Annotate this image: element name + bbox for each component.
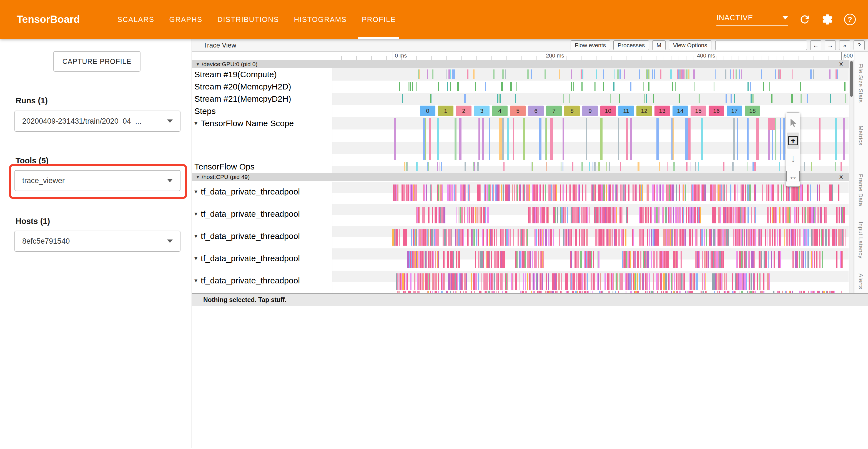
step-block[interactable]: 1	[438, 106, 454, 116]
trace-event	[807, 184, 808, 201]
ruler-tick	[649, 56, 649, 60]
step-block[interactable]: 17	[727, 106, 742, 116]
track-label[interactable]: ▾tf_data_private_threadpool	[194, 252, 300, 265]
capture-profile-button[interactable]: CAPTURE PROFILE	[53, 51, 141, 72]
step-block[interactable]: 18	[745, 106, 760, 116]
side-tab-input-latency[interactable]: Input Latency	[858, 222, 864, 259]
cpu-section-close-button[interactable]: X	[837, 174, 845, 180]
trace-event	[727, 291, 728, 293]
trace-event	[394, 118, 396, 160]
tab-distributions[interactable]: DISTRIBUTIONS	[210, 0, 286, 39]
cpu-section-header[interactable]: ▾ /host:CPU (pid 49) X	[192, 173, 849, 181]
hosts-select[interactable]: 8efc5e791540	[14, 231, 181, 252]
trace-event	[762, 291, 763, 293]
trace-event	[768, 251, 769, 268]
step-block[interactable]: 10	[600, 106, 616, 116]
vertical-scrollbar[interactable]	[849, 60, 854, 293]
trace-event	[559, 229, 560, 246]
trace-event	[552, 291, 554, 293]
zoom-tool-button[interactable]: ↓	[787, 150, 799, 167]
tab-profile[interactable]: PROFILE	[354, 0, 403, 39]
step-block[interactable]: 8	[564, 106, 580, 116]
zoom-buttons[interactable]: »	[839, 40, 850, 50]
nav-left-button[interactable]: ←	[810, 40, 822, 50]
runs-select[interactable]: 20200409-231431/train/2020_04_...	[14, 111, 181, 132]
trace-event	[798, 207, 799, 223]
track-label[interactable]: ▾tf_data_private_threadpool	[194, 208, 300, 220]
trace-event	[627, 273, 627, 290]
step-block[interactable]: 0	[420, 106, 435, 116]
trace-event	[540, 207, 541, 223]
step-block[interactable]: 12	[637, 106, 652, 116]
nav-right-button[interactable]: →	[825, 40, 836, 50]
step-block[interactable]: 11	[618, 106, 634, 116]
trace-event	[771, 184, 772, 201]
trace-event	[566, 273, 567, 290]
trace-event	[622, 273, 623, 290]
track-label[interactable]: ▾tf_data_private_threadpool	[194, 274, 300, 287]
selection-status: Nothing selected. Tap stuff.	[203, 296, 286, 304]
step-block[interactable]: 16	[709, 106, 724, 116]
pan-tool-button[interactable]: +	[787, 132, 799, 149]
ruler-tick	[693, 56, 694, 60]
gpu-section-header[interactable]: ▾ /device:GPU:0 (pid 0) X	[192, 60, 849, 68]
refresh-icon[interactable]	[799, 13, 811, 26]
trace-event	[669, 229, 670, 246]
trace-event	[557, 207, 558, 223]
side-tab-frame-data[interactable]: Frame Data	[858, 174, 864, 206]
tab-graphs[interactable]: GRAPHS	[162, 0, 210, 39]
trace-event	[718, 207, 719, 223]
trace-event	[695, 184, 695, 201]
step-block[interactable]: 3	[474, 106, 490, 116]
trace-event	[763, 82, 764, 91]
gear-icon[interactable]	[822, 13, 834, 26]
trace-event	[585, 273, 587, 290]
view-options-button[interactable]: View Options	[669, 40, 711, 50]
track-label[interactable]: ▾tf_data_private_threadpool	[194, 186, 300, 198]
step-block[interactable]: 5	[510, 106, 526, 116]
step-block[interactable]: 7	[546, 106, 562, 116]
trace-help-button[interactable]: ?	[854, 40, 865, 50]
gpu-section-close-button[interactable]: X	[837, 61, 845, 67]
timing-tool-button[interactable]: ↔	[787, 168, 799, 184]
trace-event	[465, 273, 466, 290]
step-block[interactable]: 2	[456, 106, 471, 116]
trace-event	[639, 229, 641, 246]
trace-event	[598, 162, 600, 171]
step-block[interactable]: 13	[654, 106, 670, 116]
trace-event	[805, 251, 807, 268]
side-tab-metrics[interactable]: Metrics	[858, 126, 864, 145]
step-block[interactable]: 4	[492, 106, 507, 116]
step-block[interactable]: 15	[690, 106, 706, 116]
trace-event	[685, 291, 686, 293]
metrics-toggle-button[interactable]: M	[652, 40, 665, 50]
help-icon[interactable]: ?	[844, 13, 856, 25]
selection-tool-button[interactable]	[787, 115, 799, 131]
trace-event	[414, 291, 415, 293]
trace-event	[699, 94, 700, 103]
step-block[interactable]: 9	[582, 106, 598, 116]
scrollbar-thumb[interactable]	[850, 61, 853, 97]
track-label[interactable]: ▾tf_data_private_threadpool	[194, 230, 300, 242]
trace-event	[535, 251, 536, 268]
trace-event	[684, 69, 685, 79]
track-label[interactable]: ▾TensorFlow Name Scope	[194, 117, 294, 129]
tab-histograms[interactable]: HISTOGRAMS	[286, 0, 354, 39]
trace-event	[563, 94, 564, 103]
collapse-caret-icon: ▾	[194, 210, 197, 217]
flow-events-button[interactable]: Flow events	[570, 40, 610, 50]
processes-button[interactable]: Processes	[613, 40, 649, 50]
trace-event	[757, 273, 758, 290]
side-tab-file-size-stats[interactable]: File Size Stats	[858, 63, 864, 103]
step-block[interactable]: 6	[528, 106, 544, 116]
status-select[interactable]: INACTIVE	[716, 13, 788, 26]
trace-search-input[interactable]	[715, 40, 807, 50]
step-block[interactable]: 14	[673, 106, 688, 116]
trace-event	[593, 273, 594, 290]
trace-event	[823, 291, 825, 293]
side-tab-alerts[interactable]: Alerts	[858, 273, 864, 289]
tools-select[interactable]: trace_viewer	[14, 170, 181, 191]
tab-scalars[interactable]: SCALARS	[110, 0, 162, 39]
trace-event	[689, 184, 689, 201]
trace-event	[403, 229, 405, 246]
